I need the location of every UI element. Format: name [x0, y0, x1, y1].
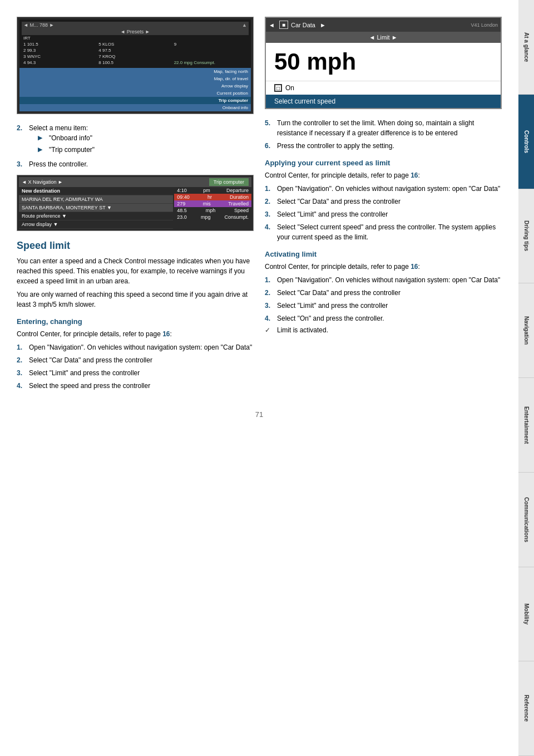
entering-step-3: 3. Select "Limit" and press the controll…	[17, 368, 254, 378]
screen1-header: ◄ M... 788 ► ▲	[22, 22, 249, 28]
step-2: 2. Select a menu item: ▶ "Onboard info" …	[17, 123, 254, 156]
nav-arrow-disp: Arrow display ▼	[19, 220, 173, 229]
nav-travelled: 279 mis Travelled	[174, 200, 251, 207]
side-tabs: At a glance Controls Driving tips Naviga…	[518, 0, 534, 756]
speed-limit-title: Speed limit	[17, 240, 254, 252]
right-column: ◄ ■ Car Data ► V41 London ◄ Limit ► 50 m…	[265, 17, 502, 394]
entering-steps-list: 1. Open "Navigation". On vehicles withou…	[17, 342, 254, 391]
bullet-trip: ▶ "Trip computer"	[38, 145, 95, 155]
nav-trip-computer-tab: Trip computer	[209, 178, 249, 186]
nav-route-pref: Route preference ▼	[19, 212, 173, 220]
checkmark-result: ✓ Limit is activated.	[265, 326, 502, 334]
car-data-on: □ On	[266, 81, 501, 95]
activating-step-4: 4. Select "On" and press the controller.	[265, 313, 502, 323]
activating-intro: Control Center, for principle details, r…	[265, 262, 502, 272]
nav-col-main: New destination MARINA DEL REY, ADMIRALT…	[19, 187, 173, 229]
speed-limit-body2: You are only warned of reaching this spe…	[17, 289, 254, 310]
applying-step-1: 1. Open "Navigation". On vehicles withou…	[265, 184, 502, 194]
entering-step-1: 1. Open "Navigation". On vehicles withou…	[17, 342, 254, 352]
tab-driving-tips[interactable]: Driving tips	[518, 189, 534, 284]
applying-step-2: 2. Select "Car Data" and press the contr…	[265, 197, 502, 207]
entering-step-4: 4. Select the speed and press the contro…	[17, 381, 254, 391]
entering-page-link[interactable]: 16	[162, 330, 170, 338]
nav-marina: MARINA DEL REY, ADMIRALTY WA	[19, 195, 173, 204]
car-data-header: ◄ ■ Car Data ► V41 London	[266, 18, 501, 32]
page-number: 71	[17, 405, 502, 424]
nav-new-dest: New destination	[19, 187, 173, 195]
tab-mobility[interactable]: Mobility	[518, 567, 534, 662]
applying-title: Applying your current speed as limit	[265, 159, 502, 167]
nav-consumpt: 23.0 mpg Consumpt.	[174, 214, 251, 220]
step-6: 6. Press the controller to apply the set…	[265, 141, 502, 151]
two-column-layout: ◄ M... 788 ► ▲ ◄ Presets ► IRT 1 101.5 5…	[17, 17, 502, 394]
activating-steps-list: 1. Open "Navigation". On vehicles withou…	[265, 275, 502, 323]
speed-limit-body1: You can enter a speed and a Check Contro…	[17, 256, 254, 286]
car-data-screen: ◄ ■ Car Data ► V41 London ◄ Limit ► 50 m…	[265, 17, 502, 109]
nav-santa-barbara: SANTA BARBARA, MONTERREY ST ▼	[19, 204, 173, 212]
car-data-limit-header: ◄ Limit ►	[266, 32, 501, 43]
applying-steps-list: 1. Open "Navigation". On vehicles withou…	[265, 184, 502, 242]
activating-step-2: 2. Select "Car Data" and press the contr…	[265, 288, 502, 298]
nav-screen-mockup: ◄ X Navigation ► Trip computer New desti…	[17, 175, 254, 231]
screen1-row2: IRT	[22, 35, 249, 41]
activating-title: Activating limit	[265, 250, 502, 258]
nav-duration: 09:40 hr Duration	[174, 194, 251, 200]
step2-container: 2. Select a menu item: ▶ "Onboard info" …	[17, 123, 254, 169]
activating-page-link[interactable]: 16	[411, 263, 418, 271]
nav-header: ◄ X Navigation ► Trip computer	[19, 177, 251, 187]
nav-departure: 4:10 pm Departure	[174, 187, 251, 194]
screen1-row4: 2 99.3 4 97.5	[22, 47, 249, 53]
entering-step-2: 2. Select "Car Data" and press the contr…	[17, 355, 254, 365]
step-5: 5. Turn the controller to set the limit.…	[265, 118, 502, 138]
nav-two-col: New destination MARINA DEL REY, ADMIRALT…	[19, 187, 251, 229]
car-data-speed: 50 mph	[266, 43, 501, 81]
screen1-menu-overlay: Map, facing north Map, dir. of travel Ar…	[19, 68, 251, 111]
checkmark-icon: ✓	[265, 326, 274, 334]
car-data-select-speed[interactable]: Select current speed	[266, 95, 501, 108]
steps-5-6-list: 5. Turn the controller to set the limit.…	[265, 118, 502, 151]
car-data-icon: ■	[279, 21, 288, 29]
tab-at-a-glance[interactable]: At a glance	[518, 0, 534, 95]
screen1-row6: 4 94.3 8 100.5 22.0 mpg Consumpt.	[22, 60, 249, 66]
nav-col-data: 4:10 pm Departure 09:40 hr Duration 279 …	[174, 187, 251, 229]
car-data-corner-label: V41 London	[471, 22, 498, 28]
screen1-row5: 3 WNYC 7 KROQ	[22, 53, 249, 60]
tab-controls[interactable]: Controls	[518, 95, 534, 189]
left-column: ◄ M... 788 ► ▲ ◄ Presets ► IRT 1 101.5 5…	[17, 17, 254, 394]
applying-step-3: 3. Select "Limit" and press the controll…	[265, 209, 502, 219]
tab-communications[interactable]: Communications	[518, 473, 534, 567]
nav-speed: 48.5 mph Speed	[174, 207, 251, 214]
activating-step-1: 1. Open "Navigation". On vehicles withou…	[265, 275, 502, 285]
screen1-presets: ◄ Presets ►	[22, 28, 249, 35]
car-data-screen-container: ◄ ■ Car Data ► V41 London ◄ Limit ► 50 m…	[265, 17, 502, 109]
entering-intro: Control Center, for principle details, r…	[17, 329, 254, 339]
step-3: 3. Press the controller.	[17, 159, 254, 169]
tab-entertainment[interactable]: Entertainment	[518, 378, 534, 473]
activating-step-3: 3. Select "Limit" and press the controll…	[265, 301, 502, 311]
tab-navigation[interactable]: Navigation	[518, 283, 534, 378]
steps-2-3: 2. Select a menu item: ▶ "Onboard info" …	[17, 123, 254, 169]
applying-intro: Control Center, for principle details, r…	[265, 170, 502, 180]
main-content: ◄ M... 788 ► ▲ ◄ Presets ► IRT 1 101.5 5…	[0, 0, 518, 756]
tab-reference[interactable]: Reference	[518, 661, 534, 756]
applying-step-4: 4. Select "Select current speed" and pre…	[265, 222, 502, 242]
on-checkbox[interactable]: □	[274, 84, 282, 92]
applying-page-link[interactable]: 16	[411, 171, 418, 179]
radio-screen-mockup: ◄ M... 788 ► ▲ ◄ Presets ► IRT 1 101.5 5…	[17, 17, 254, 114]
bullet-onboard: ▶ "Onboard info"	[38, 133, 95, 143]
screen1-row3: 1 101.5 5 KLOS 9	[22, 41, 249, 47]
entering-changing-title: Entering, changing	[17, 317, 254, 326]
